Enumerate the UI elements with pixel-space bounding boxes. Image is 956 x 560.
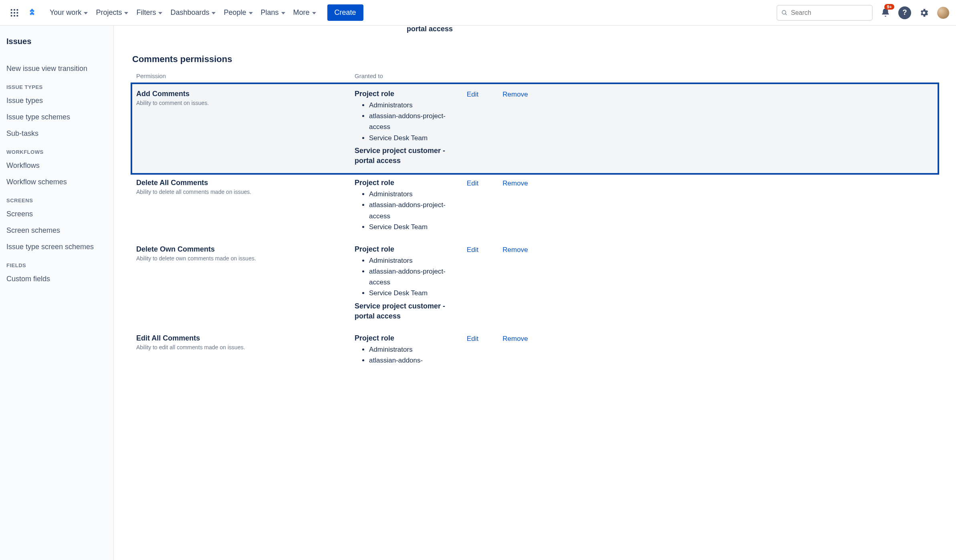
help-icon[interactable]: ? [898,6,911,19]
nav-item-plans[interactable]: Plans [258,6,288,19]
search-input[interactable] [791,9,868,16]
permission-name: Delete Own Comments [136,245,355,254]
sidebar-item-new-issue-view-transition[interactable]: New issue view transition [6,60,107,77]
search-box[interactable] [776,5,873,21]
chevron-down-icon [158,12,162,14]
sidebar-item-custom-fields[interactable]: Custom fields [6,271,107,287]
chevron-down-icon [212,12,216,14]
grant-role-item: atlassian-addons-project-access [369,266,459,288]
permission-description: Ability to comment on issues. [136,100,355,106]
jira-logo-icon[interactable] [24,5,40,21]
column-header-granted-to: Granted to [355,73,459,79]
search-icon [781,9,788,16]
grant-header: Project role [355,179,459,187]
permission-name: Add Comments [136,90,355,98]
permission-row: Edit All CommentsAbility to edit all com… [132,328,938,373]
app-switcher-icon[interactable] [6,5,22,21]
remove-link[interactable]: Remove [502,179,528,187]
permissions-table-header: Permission Granted to [132,70,938,84]
sidebar-item-workflows[interactable]: Workflows [6,157,107,174]
grant-header: Project role [355,90,459,98]
chevron-down-icon [84,12,88,14]
edit-link[interactable]: Edit [467,335,478,343]
grant-role-item: Administrators [369,255,459,266]
sidebar-item-issue-types[interactable]: Issue types [6,93,107,109]
chevron-down-icon [312,12,316,14]
grant-role-list: Administratorsatlassian-addons-project-a… [355,189,459,232]
grant-role-item: Service Desk Team [369,222,459,232]
grant-header: Project role [355,334,459,342]
sidebar-item-workflow-schemes[interactable]: Workflow schemes [6,174,107,190]
nav-right: 9+ ? [776,5,950,21]
sidebar-spacer [6,49,107,60]
chevron-down-icon [281,12,285,14]
svg-line-10 [785,14,787,15]
edit-link[interactable]: Edit [467,246,478,254]
svg-rect-7 [14,15,15,16]
permission-description: Ability to delete all comments made on i… [136,189,355,195]
grant-role-item: Administrators [369,100,459,111]
sidebar-item-sub-tasks[interactable]: Sub-tasks [6,125,107,142]
remove-link[interactable]: Remove [502,335,528,343]
nav-item-projects[interactable]: Projects [93,6,131,19]
sidebar: Issues New issue view transitionISSUE TY… [0,26,114,560]
svg-rect-0 [11,9,12,10]
nav-left: Your workProjectsFiltersDashboardsPeople… [6,4,363,21]
sidebar-item-issue-type-screen-schemes[interactable]: Issue type screen schemes [6,239,107,255]
grant-header: Project role [355,245,459,254]
svg-rect-8 [17,15,18,16]
chevron-down-icon [124,12,128,14]
grant-role-item: Service Desk Team [369,288,459,298]
grant-role-list: Administratorsatlassian-addons-project-a… [355,100,459,143]
grant-role-list: Administratorsatlassian-addons- [355,344,459,366]
sidebar-heading: Issues [6,35,107,49]
svg-rect-5 [17,12,18,14]
remove-link[interactable]: Remove [502,246,528,254]
truncated-prior-row-text: portal access [353,26,457,33]
nav-item-more[interactable]: More [290,6,319,19]
edit-link[interactable]: Edit [467,91,478,99]
svg-rect-6 [11,15,12,16]
sidebar-section-screens: SCREENS [6,190,107,206]
svg-point-9 [782,10,786,14]
section-title: Comments permissions [132,54,938,64]
settings-icon[interactable] [918,6,930,19]
grant-role-item: Administrators [369,344,459,355]
sidebar-item-screen-schemes[interactable]: Screen schemes [6,222,107,239]
column-header-permission: Permission [136,73,355,79]
avatar[interactable] [937,6,950,19]
main-content: portal access Comments permissions Permi… [114,26,956,560]
permission-name: Edit All Comments [136,334,355,342]
notifications-icon[interactable]: 9+ [879,6,892,19]
grant-role-item: Service Desk Team [369,133,459,143]
grant-extra: Service project customer - portal access [355,146,459,166]
permission-row: Delete All CommentsAbility to delete all… [132,173,938,240]
sidebar-section-workflows: WORKFLOWS [6,142,107,157]
sidebar-item-issue-type-schemes[interactable]: Issue type schemes [6,109,107,125]
svg-rect-3 [11,12,12,14]
svg-rect-2 [17,9,18,10]
permission-row: Delete Own CommentsAbility to delete own… [132,240,938,328]
svg-rect-1 [14,9,15,10]
sidebar-section-fields: FIELDS [6,255,107,271]
create-button[interactable]: Create [327,4,363,21]
permission-name: Delete All Comments [136,179,355,187]
top-nav: Your workProjectsFiltersDashboardsPeople… [0,0,956,26]
grant-extra: Service project customer - portal access [355,301,459,321]
grant-role-item: atlassian-addons-project-access [369,111,459,132]
grant-role-item: atlassian-addons- [369,355,459,366]
sidebar-item-screens[interactable]: Screens [6,206,107,222]
nav-item-filters[interactable]: Filters [133,6,165,19]
nav-item-your-work[interactable]: Your work [46,6,91,19]
sidebar-section-issue-types: ISSUE TYPES [6,77,107,93]
grant-role-item: atlassian-addons-project-access [369,199,459,221]
edit-link[interactable]: Edit [467,179,478,187]
permission-description: Ability to delete own comments made on i… [136,255,355,262]
nav-item-dashboards[interactable]: Dashboards [167,6,219,19]
grant-role-list: Administratorsatlassian-addons-project-a… [355,255,459,299]
grant-role-item: Administrators [369,189,459,199]
chevron-down-icon [249,12,253,14]
nav-item-people[interactable]: People [220,6,256,19]
svg-rect-4 [14,12,15,14]
remove-link[interactable]: Remove [502,91,528,99]
